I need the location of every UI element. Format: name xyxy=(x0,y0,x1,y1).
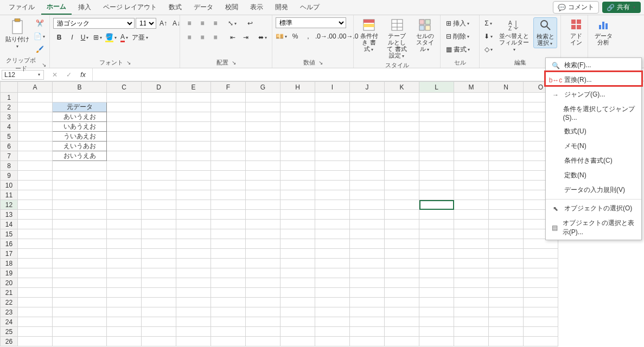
cell[interactable] xyxy=(280,229,315,239)
cell[interactable] xyxy=(53,249,107,259)
cell[interactable] xyxy=(211,102,246,112)
cell[interactable] xyxy=(489,132,524,142)
row-header[interactable]: 21 xyxy=(1,288,18,298)
cell[interactable] xyxy=(385,337,419,346)
cell[interactable] xyxy=(107,190,142,200)
fill-button[interactable]: ⬇▾ xyxy=(483,30,495,42)
cell[interactable] xyxy=(53,210,107,220)
cell[interactable] xyxy=(176,190,211,200)
cell[interactable] xyxy=(107,210,142,220)
cell[interactable] xyxy=(489,239,524,249)
cell[interactable] xyxy=(211,298,246,307)
cell[interactable] xyxy=(350,93,385,102)
cell[interactable] xyxy=(107,93,142,102)
select-all-corner[interactable] xyxy=(1,82,18,93)
cell[interactable] xyxy=(419,161,454,171)
cell[interactable] xyxy=(315,220,350,229)
cell[interactable] xyxy=(176,337,211,346)
cell[interactable] xyxy=(142,337,176,346)
cell[interactable] xyxy=(18,93,53,102)
cell[interactable] xyxy=(107,298,142,307)
increase-indent-button[interactable]: ⇥ xyxy=(240,31,252,43)
cell[interactable] xyxy=(489,112,524,122)
cell[interactable] xyxy=(454,171,489,181)
cell[interactable] xyxy=(107,239,142,249)
row-header[interactable]: 14 xyxy=(1,220,18,229)
cell[interactable] xyxy=(18,190,53,200)
cell[interactable] xyxy=(489,337,524,346)
cell[interactable] xyxy=(280,268,315,278)
cell[interactable] xyxy=(489,298,524,307)
cell[interactable] xyxy=(280,171,315,181)
tab-help[interactable]: ヘルプ xyxy=(295,1,325,14)
cell[interactable] xyxy=(419,268,454,278)
cell[interactable] xyxy=(489,181,524,190)
cell[interactable] xyxy=(53,200,107,210)
analyze-data-button[interactable]: データ 分析 xyxy=(591,17,615,47)
cell[interactable] xyxy=(211,171,246,181)
cell[interactable] xyxy=(53,278,107,288)
cell[interactable] xyxy=(385,307,419,317)
cell[interactable] xyxy=(18,229,53,239)
cell[interactable] xyxy=(419,337,454,346)
cell[interactable] xyxy=(419,317,454,327)
cell[interactable] xyxy=(454,307,489,317)
column-header[interactable]: L xyxy=(419,82,454,93)
cell[interactable] xyxy=(18,268,53,278)
comments-button[interactable]: 💬 コメント xyxy=(553,1,599,14)
cell[interactable] xyxy=(246,220,280,229)
cell[interactable] xyxy=(18,142,53,151)
cell[interactable] xyxy=(142,249,176,259)
format-cells-button[interactable]: ▦ 書式▾ xyxy=(444,43,473,55)
font-color-button[interactable]: A▾ xyxy=(119,31,131,43)
cell[interactable] xyxy=(142,132,176,142)
cell[interactable] xyxy=(315,317,350,327)
cell[interactable] xyxy=(246,151,280,161)
cell[interactable] xyxy=(315,249,350,259)
cell[interactable] xyxy=(454,190,489,200)
cell[interactable] xyxy=(454,268,489,278)
cell[interactable] xyxy=(385,229,419,239)
cell[interactable] xyxy=(142,112,176,122)
cell[interactable] xyxy=(280,307,315,317)
row-header[interactable]: 11 xyxy=(1,190,18,200)
align-top-button[interactable]: ≡ xyxy=(183,17,195,29)
cell[interactable] xyxy=(350,200,385,210)
cell[interactable] xyxy=(385,171,419,181)
cell[interactable] xyxy=(246,93,280,102)
cell[interactable] xyxy=(315,181,350,190)
cell[interactable] xyxy=(211,307,246,317)
cell[interactable] xyxy=(107,317,142,327)
cell[interactable] xyxy=(246,268,280,278)
menu-goto-special[interactable]: 条件を選択してジャンプ(S)... xyxy=(546,102,641,124)
conditional-format-button[interactable]: 条件付き 書式▾ xyxy=(357,17,381,54)
cell[interactable] xyxy=(454,151,489,161)
fill-color-button[interactable]: 🪣▾ xyxy=(105,31,118,43)
column-header[interactable]: F xyxy=(211,82,246,93)
cell[interactable] xyxy=(489,102,524,112)
cell[interactable] xyxy=(350,327,385,337)
tab-pagelayout[interactable]: ページ レイアウト xyxy=(98,1,162,14)
underline-button[interactable]: U▾ xyxy=(79,31,91,43)
cell[interactable] xyxy=(142,298,176,307)
cell[interactable] xyxy=(524,288,558,298)
cell[interactable] xyxy=(176,307,211,317)
column-header[interactable]: C xyxy=(107,82,142,93)
cell[interactable] xyxy=(385,102,419,112)
cell[interactable] xyxy=(350,161,385,171)
cell[interactable] xyxy=(350,151,385,161)
cell[interactable] xyxy=(18,181,53,190)
clear-button[interactable]: ◇▾ xyxy=(483,43,495,55)
cell[interactable] xyxy=(315,142,350,151)
cell[interactable] xyxy=(385,161,419,171)
cell[interactable] xyxy=(142,239,176,249)
column-header[interactable]: D xyxy=(142,82,176,93)
cell[interactable] xyxy=(489,307,524,317)
cell[interactable] xyxy=(280,151,315,161)
cell[interactable] xyxy=(385,200,419,210)
cell[interactable] xyxy=(385,132,419,142)
row-header[interactable]: 3 xyxy=(1,112,18,122)
cell[interactable] xyxy=(419,229,454,239)
cell[interactable] xyxy=(211,181,246,190)
cell[interactable] xyxy=(419,298,454,307)
